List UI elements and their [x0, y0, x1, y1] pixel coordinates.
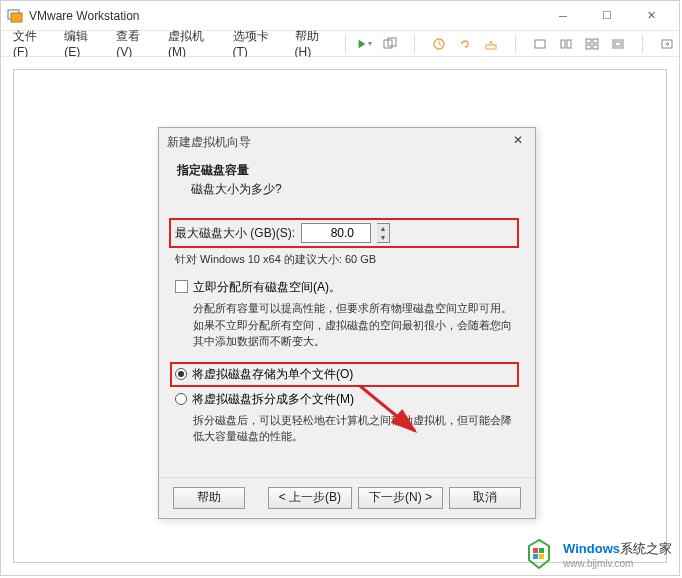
next-button[interactable]: 下一步(N) > — [358, 487, 443, 509]
cancel-button[interactable]: 取消 — [449, 487, 521, 509]
layout3-icon[interactable] — [584, 36, 600, 52]
watermark: Windows系统之家 www.bjjmlv.com — [521, 536, 672, 572]
layout1-icon[interactable] — [532, 36, 548, 52]
wizard-titlebar: 新建虚拟机向导 ✕ — [159, 128, 535, 156]
watermark-text: Windows系统之家 www.bjjmlv.com — [563, 540, 672, 569]
spinner-up-icon[interactable]: ▲ — [377, 224, 389, 233]
svg-rect-12 — [593, 45, 598, 49]
maximize-button[interactable]: ☐ — [585, 2, 629, 30]
spinner-down-icon[interactable]: ▼ — [377, 233, 389, 242]
split-files-radio[interactable] — [175, 393, 187, 405]
single-file-radio[interactable] — [175, 368, 187, 380]
app-icon — [7, 8, 23, 24]
window-controls: ─ ☐ ✕ — [541, 2, 673, 30]
help-button[interactable]: 帮助 — [173, 487, 245, 509]
allocate-now-checkbox[interactable] — [175, 280, 188, 293]
svg-rect-10 — [593, 39, 598, 43]
snapshot-icon[interactable] — [431, 36, 447, 52]
split-files-label: 将虚拟磁盘拆分成多个文件(M) — [192, 391, 354, 408]
svg-rect-6 — [535, 40, 545, 48]
toolbar: ▾ — [356, 35, 675, 53]
svg-rect-11 — [586, 45, 591, 49]
recommended-size-text: 针对 Windows 10 x64 的建议大小: 60 GB — [175, 252, 519, 267]
separator — [515, 35, 516, 53]
menubar: 文件(F) 编辑(E) 查看(V) 虚拟机(M) 选项卡(T) 帮助(H) ▾ — [1, 31, 679, 57]
svg-rect-5 — [486, 45, 496, 49]
wizard-header-title: 指定磁盘容量 — [177, 162, 517, 179]
play-icon[interactable]: ▾ — [356, 36, 372, 52]
wizard-footer: 帮助 < 上一步(B) 下一步(N) > 取消 — [159, 477, 535, 518]
single-file-row: 将虚拟磁盘存储为单个文件(O) — [170, 362, 519, 387]
wizard-close-button[interactable]: ✕ — [509, 133, 527, 151]
single-file-label: 将虚拟磁盘存储为单个文件(O) — [192, 366, 353, 383]
allocate-description: 分配所有容量可以提高性能，但要求所有物理磁盘空间立即可用。如果不立即分配所有空间… — [193, 300, 519, 350]
manage-icon[interactable] — [483, 36, 499, 52]
minimize-button[interactable]: ─ — [541, 2, 585, 30]
window-title: VMware Workstation — [29, 9, 541, 23]
svg-rect-8 — [567, 40, 571, 48]
launch-icon[interactable] — [659, 36, 675, 52]
svg-rect-19 — [533, 554, 538, 559]
svg-rect-18 — [539, 548, 544, 553]
svg-rect-17 — [533, 548, 538, 553]
svg-rect-14 — [615, 42, 621, 46]
split-files-row: 将虚拟磁盘拆分成多个文件(M) — [175, 391, 519, 408]
wizard-header: 指定磁盘容量 磁盘大小为多少? — [159, 156, 535, 208]
svg-rect-9 — [586, 39, 591, 43]
max-disk-input[interactable] — [301, 223, 371, 243]
watermark-brand: Windows — [563, 541, 620, 556]
max-disk-size-row: 最大磁盘大小 (GB)(S): ▲ ▼ — [169, 218, 519, 248]
svg-rect-7 — [561, 40, 565, 48]
close-button[interactable]: ✕ — [629, 2, 673, 30]
separator — [414, 35, 415, 53]
separator — [642, 35, 643, 53]
disk-size-spinner[interactable]: ▲ ▼ — [377, 223, 390, 243]
allocate-now-label: 立即分配所有磁盘空间(A)。 — [193, 279, 341, 296]
svg-rect-1 — [11, 13, 22, 22]
wizard-body: 最大磁盘大小 (GB)(S): ▲ ▼ 针对 Windows 10 x64 的建… — [159, 208, 535, 477]
revert-icon[interactable] — [457, 36, 473, 52]
watermark-url: www.bjjmlv.com — [563, 558, 672, 569]
allocate-now-row: 立即分配所有磁盘空间(A)。 — [175, 279, 519, 296]
split-description: 拆分磁盘后，可以更轻松地在计算机之间移动虚拟机，但可能会降低大容量磁盘的性能。 — [193, 412, 519, 445]
wizard-title-text: 新建虚拟机向导 — [167, 134, 251, 151]
fullscreen-icon[interactable] — [610, 36, 626, 52]
separator — [345, 35, 346, 53]
tabs-icon[interactable] — [382, 36, 398, 52]
wizard-header-subtitle: 磁盘大小为多少? — [191, 181, 517, 198]
svg-rect-20 — [539, 554, 544, 559]
watermark-logo-icon — [521, 536, 557, 572]
layout2-icon[interactable] — [558, 36, 574, 52]
max-disk-label: 最大磁盘大小 (GB)(S): — [175, 225, 295, 242]
new-vm-wizard-dialog: 新建虚拟机向导 ✕ 指定磁盘容量 磁盘大小为多少? 最大磁盘大小 (GB)(S)… — [158, 127, 536, 519]
watermark-suffix: 系统之家 — [620, 541, 672, 556]
back-button[interactable]: < 上一步(B) — [268, 487, 352, 509]
